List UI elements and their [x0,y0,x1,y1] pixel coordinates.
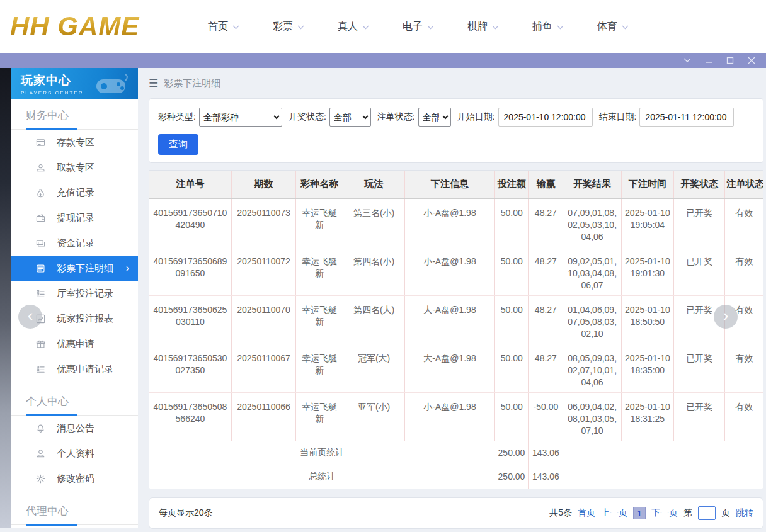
sidebar-section-1: 个人中心消息公告个人资料修改密码 [11,390,138,491]
cell-r0-c3: 第三名(小) [343,198,404,247]
gamepad-icon [89,71,133,98]
next-page-link[interactable]: 下一页 [651,507,678,519]
sidebar-section-title: 代理中心 [11,500,138,525]
hamburger-icon[interactable]: ☰ [149,77,158,90]
sidebar-item-label: 玩家投注报表 [57,313,113,325]
nav-item-2[interactable]: 真人 [338,20,369,33]
cell-r3-c0: 401569173650530027350 [149,344,231,392]
chevron-down-icon[interactable] [683,56,692,65]
chevron-down-icon [492,21,499,32]
cell-r4-c3: 亚军(小) [343,392,404,441]
sidebar-item-0-8[interactable]: 优惠申请 [11,331,138,356]
sidebar-item-label: 个人资料 [57,448,94,460]
column-header-1: 期数 [231,171,295,198]
top-bar: HH GAME 首页彩票真人电子棋牌捕鱼体育 [0,0,766,53]
main-content: ☰ 彩票下注明细 彩种类型: 全部彩种 开奖状态: 全部 注单状态 [149,68,763,528]
table-row: 40156917365053002735020250110067幸运飞艇新冠军(… [149,344,763,392]
nav-item-4[interactable]: 棋牌 [467,20,499,33]
sidebar-item-1-2[interactable]: 修改密码 [11,466,138,491]
cell-r2-c1: 20250110070 [231,295,295,344]
cell-r4-c10: 有效 [725,392,763,441]
bet-table-panel: 注单号期数彩种名称玩法下注信息投注额输赢开奖结果下注时间开奖状态注单状态 401… [149,170,763,489]
chevron-down-icon [297,21,304,32]
draw-status-select[interactable]: 全部 [329,108,371,127]
end-date-input[interactable] [639,108,734,127]
workspace: 玩家中心 PLAYERS CENTER 财务中心存款专区取款专区充值记录提现记录… [0,68,766,532]
table-row: 40156917365050856624020250110066幸运飞艇新亚军(… [149,392,763,441]
nav-item-1[interactable]: 彩票 [273,20,304,33]
cell-r1-c5: 50.00 [495,247,529,295]
summary-label: 当前页统计 [149,441,495,465]
sidebar-item-1-1[interactable]: 个人资料 [11,441,138,466]
sidebar-item-label: 存款专区 [57,137,94,149]
nav-item-0[interactable]: 首页 [208,20,239,33]
chevron-down-icon [622,21,629,32]
cell-r2-c4: 大-A盘@1.98 [404,295,494,344]
column-header-4: 下注信息 [404,171,494,198]
sidebar-item-label: 充值记录 [57,187,94,199]
hand-icon [36,163,45,173]
page-title: 彩票下注明细 [164,77,220,89]
sidebar-item-0-4[interactable]: 资金记录 [11,230,138,256]
nav-item-6[interactable]: 体育 [597,20,629,33]
sidebar-item-0-5[interactable]: 彩票下注明细› [11,256,138,281]
cell-r0-c0: 401569173650710420490 [149,198,231,247]
sidebar-item-0-3[interactable]: 提现记录 [11,205,138,230]
chevron-down-icon [557,21,564,32]
main-nav: 首页彩票真人电子棋牌捕鱼体育 [208,20,629,33]
cell-r3-c5: 50.00 [495,344,529,392]
sidebar-item-label: 取款专区 [57,162,94,174]
sidebar-item-0-0[interactable]: 存款专区 [11,130,138,155]
table-row: 40156917365071042049020250110073幸运飞艇新第三名… [149,198,763,247]
column-header-0: 注单号 [149,171,231,198]
lottery-type-select[interactable]: 全部彩种 [199,108,282,127]
order-status-select[interactable]: 全部 [418,108,451,127]
search-button[interactable]: 查询 [158,134,198,155]
summary-bet-total: 250.00 [495,465,529,489]
sidebar-item-1-0[interactable]: 消息公告 [11,416,138,441]
cell-r0-c6: 48.27 [529,198,563,247]
jump-page-input[interactable] [698,506,716,520]
jump-button[interactable]: 跳转 [736,507,753,519]
prev-page-link[interactable]: 上一页 [601,507,627,519]
sidebar-item-0-2[interactable]: 充值记录 [11,180,138,205]
cell-r3-c3: 冠军(大) [343,344,404,392]
sidebar: 玩家中心 PLAYERS CENTER 财务中心存款专区取款专区充值记录提现记录… [11,68,138,528]
scroll-right-button[interactable]: › [714,305,738,329]
page-summary-row: 当前页统计250.00143.06 [149,441,763,465]
close-icon[interactable] [747,56,756,65]
start-date-input[interactable] [498,108,593,127]
moneybag-icon [36,188,45,198]
list-icon [36,289,45,298]
scroll-left-button[interactable]: ‹ [18,305,42,329]
maximize-icon[interactable] [726,56,735,65]
cell-r2-c0: 401569173650625030110 [149,295,231,344]
sidebar-item-0-9[interactable]: 优惠申请记录 [11,356,138,382]
column-header-9: 开奖状态 [674,171,725,198]
column-header-8: 下注时间 [621,171,673,198]
column-header-7: 开奖结果 [563,171,621,198]
doc-icon [36,264,45,273]
sidebar-item-0-6[interactable]: 厅室投注记录 [11,281,138,306]
chevron-down-icon [362,21,369,32]
draw-status-label: 开奖状态: [289,111,326,123]
cell-r2-c5: 50.00 [495,295,529,344]
first-page-link[interactable]: 首页 [578,507,595,519]
filter-panel: 彩种类型: 全部彩种 开奖状态: 全部 注单状态: 全部 [149,98,763,163]
nav-item-3[interactable]: 电子 [403,20,434,33]
minimize-icon[interactable] [704,56,713,65]
nav-item-5[interactable]: 捕鱼 [532,20,564,33]
sidebar-item-0-1[interactable]: 取款专区 [11,155,138,180]
cell-r4-c0: 401569173650508566240 [149,392,231,441]
gear-icon [36,474,45,484]
per-page-label: 每页显示20条 [159,507,213,519]
current-page-badge[interactable]: 1 [633,507,646,519]
cell-r2-c8: 2025-01-10 18:50:50 [621,295,673,344]
cell-r4-c6: -50.00 [529,392,563,441]
sidebar-item-label: 资金记录 [57,237,94,249]
chevron-down-icon [427,21,434,32]
end-date-label: 结束日期: [599,111,637,123]
cell-r0-c1: 20250110073 [231,198,295,247]
sidebar-section-title: 财务中心 [11,105,138,130]
pagination-bar: 每页显示20条 共5条 首页 上一页 1 下一页 第 页 跳转 [149,497,763,529]
